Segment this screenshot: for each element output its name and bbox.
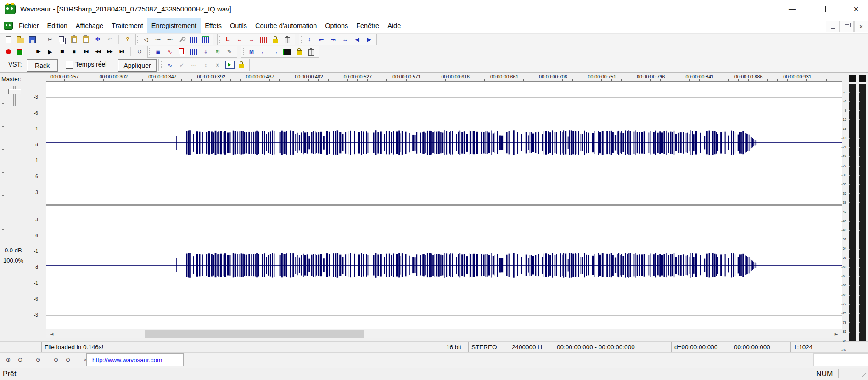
insert-file-button[interactable]: ≣	[152, 47, 163, 57]
wavosaur-link[interactable]: http://www.wavosaur.com	[92, 357, 162, 363]
auto-play-button[interactable]	[224, 60, 235, 70]
play-from-cursor-icon: ▮▶	[36, 50, 40, 54]
play-icon: ▶	[48, 49, 52, 55]
realtime-checkbox[interactable]	[66, 61, 73, 69]
statistics-button[interactable]: ∿	[164, 47, 175, 57]
marker-button[interactable]: M	[246, 47, 257, 57]
undo-button[interactable]: ↶	[104, 34, 115, 45]
stop-button[interactable]: ■	[68, 47, 79, 57]
mdi-minimize-button[interactable]	[826, 21, 840, 32]
next-marker-button[interactable]: →	[270, 47, 281, 57]
zoom-selection-button[interactable]: ⊙	[33, 355, 44, 365]
lock-loop-button[interactable]	[270, 34, 281, 45]
channel-bars-button[interactable]	[188, 47, 199, 57]
menu-traitement[interactable]: Traitement	[107, 18, 147, 33]
loop-start-right-button[interactable]: →	[246, 34, 257, 45]
zoom-wave-vertical-button[interactable]: ↕	[304, 34, 315, 45]
open-file-button[interactable]	[15, 34, 26, 45]
toolbar-group	[2, 34, 38, 45]
go-to-start-button[interactable]: ▮◀	[80, 47, 91, 57]
maximize-button[interactable]	[810, 0, 834, 18]
resample-button[interactable]: ≋	[212, 47, 223, 57]
mdi-minimize-icon	[831, 28, 835, 29]
minimize-button[interactable]: —	[780, 0, 804, 18]
record-button[interactable]	[3, 47, 14, 57]
mdi-restore-button[interactable]	[840, 21, 854, 32]
waveform-view-button[interactable]	[200, 34, 211, 45]
pause-button[interactable]: ▮▮	[56, 47, 67, 57]
extend-selection-button[interactable]: ↔	[340, 34, 351, 45]
zoom-vertical-in-button[interactable]: ⊕	[50, 355, 62, 365]
menu-options[interactable]: Options	[321, 18, 352, 33]
marker-block-button[interactable]	[282, 47, 293, 57]
menu-effets[interactable]: Effets	[201, 18, 226, 33]
clear-loop-button[interactable]	[258, 34, 269, 45]
selection-previous-button[interactable]: ◀	[352, 34, 363, 45]
db-scale-label: -30	[836, 173, 846, 177]
loop-playback-button[interactable]: ↺	[134, 47, 145, 57]
waveform-display[interactable]	[46, 82, 842, 329]
close-panel-button[interactable]: ×	[212, 60, 223, 70]
delete-loop-button[interactable]	[282, 34, 293, 45]
duplicate-button[interactable]	[176, 47, 187, 57]
shrink-selection-left-button[interactable]: ⇤	[316, 34, 327, 45]
previous-marker-button[interactable]: ←	[258, 47, 269, 57]
scroll-left-arrow[interactable]: ◂	[47, 329, 57, 338]
paste-insert-button[interactable]	[80, 34, 91, 45]
menu-fen-tre[interactable]: Fenêtre	[352, 18, 383, 33]
help-button[interactable]: ?	[122, 34, 133, 45]
close-button[interactable]: ×	[844, 0, 868, 18]
vst-apply-button[interactable]: Appliquer	[118, 59, 157, 72]
copy-button[interactable]	[56, 34, 67, 45]
loop-point-button[interactable]: L	[222, 34, 233, 45]
dots-menu-button[interactable]: ⋯	[188, 60, 199, 70]
amplitude-scale-label: -6	[34, 296, 45, 302]
menu-courbe-d-automation[interactable]: Courbe d'automation	[251, 18, 321, 33]
mdi-close-button[interactable]: ×	[854, 21, 868, 32]
play-from-cursor-button[interactable]: ▮▶	[33, 47, 44, 57]
fast-forward-button[interactable]: ▶▶	[104, 47, 115, 57]
lock-vst-button[interactable]	[236, 60, 247, 70]
lock-markers-button[interactable]	[294, 47, 305, 57]
go-to-end-button[interactable]: ▶▮	[116, 47, 127, 57]
menu-affichage[interactable]: Affichage	[72, 18, 107, 33]
menu-aide[interactable]: Aide	[383, 18, 405, 33]
wrench-settings-button[interactable]	[176, 34, 187, 45]
scrollbar-thumb[interactable]	[145, 330, 364, 338]
zoom-in-button[interactable]: ⊕	[3, 355, 14, 365]
horizontal-scrollbar[interactable]: ◂ ▸	[46, 329, 842, 338]
new-file-button[interactable]	[3, 34, 14, 45]
zoom-out-button[interactable]: ⊖	[15, 355, 26, 365]
selection-next-button[interactable]: ▶	[364, 34, 375, 45]
paste-button[interactable]	[68, 34, 79, 45]
cut-button[interactable]: ✂	[45, 34, 56, 45]
ruler-label: 00:00:00:796	[637, 74, 665, 79]
vst-rack-button[interactable]: Rack	[27, 59, 58, 72]
menu-fichier[interactable]: Fichier	[15, 18, 43, 33]
menu-outils[interactable]: Outils	[226, 18, 251, 33]
confirm-check-button[interactable]: ✓	[176, 60, 187, 70]
speaker-button[interactable]: ◁	[140, 34, 151, 45]
menu-edition[interactable]: Edition	[43, 18, 72, 33]
pencil-edit-button[interactable]: ✎	[224, 47, 235, 57]
connections-button[interactable]: ⊷	[164, 34, 175, 45]
delete-markers-button[interactable]	[306, 47, 317, 57]
time-ruler[interactable]: 00:00:00:25700:00:00:30200:00:00:34700:0…	[46, 73, 842, 82]
resize-vertical-button[interactable]: ↕	[200, 60, 211, 70]
normalize-button[interactable]: ↧	[200, 47, 211, 57]
menu-enregistrement[interactable]: Enregistrement	[147, 18, 201, 33]
play-button[interactable]: ▶	[45, 47, 56, 57]
waveform-sliders-button[interactable]	[188, 34, 199, 45]
amplitude-scale-label: -3	[34, 190, 45, 195]
audio-routing-button[interactable]: ⊶	[152, 34, 163, 45]
master-volume-thumb[interactable]	[8, 89, 21, 94]
shrink-selection-right-button[interactable]: ⇥	[328, 34, 339, 45]
envelope-curve-button[interactable]: ∿	[164, 60, 175, 70]
rewind-button[interactable]: ◀◀	[92, 47, 103, 57]
zoom-vertical-out-button[interactable]: ⊖	[62, 355, 73, 365]
paste-mix-button[interactable]: Φ	[92, 34, 103, 45]
resize-grip[interactable]	[862, 373, 868, 379]
save-file-button[interactable]	[27, 34, 38, 45]
level-meter-button[interactable]	[15, 47, 26, 57]
loop-start-left-button[interactable]: ←	[234, 34, 245, 45]
